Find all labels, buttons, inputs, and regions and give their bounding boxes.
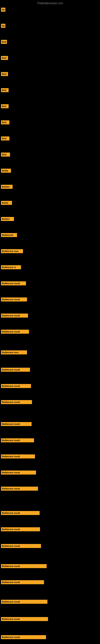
- list-item: Bottleneck result: [0, 616, 100, 623]
- items-container: BoBoBottBottBottBottBottBottBottBottBott…: [0, 6, 100, 10]
- bottleneck-label-4: Bott: [1, 72, 8, 76]
- bottleneck-label-8: Bott: [1, 136, 9, 140]
- bottleneck-label-3: Bott: [1, 56, 8, 60]
- list-item: Bottleneck result: [0, 437, 100, 444]
- list-item: Bottle: [0, 167, 100, 174]
- list-item: Bottleneck result: [0, 634, 100, 641]
- bottleneck-label-5: Bott: [1, 88, 9, 92]
- list-item: Bottleneck: [0, 232, 100, 239]
- bottleneck-label-15: Bottleneck resu: [1, 249, 23, 253]
- list-item: Bottleneck result: [0, 398, 100, 406]
- list-item: Bott: [0, 151, 100, 158]
- bottleneck-label-10: Bottle: [1, 169, 11, 173]
- bottleneck-label-34: Bottleneck result: [1, 580, 44, 584]
- bottleneck-label-37: Bottleneck result: [1, 635, 46, 639]
- list-item: Bottleneck re: [0, 264, 100, 271]
- bottleneck-label-23: Bottleneck result: [1, 384, 31, 388]
- bottleneck-label-16: Bottleneck re: [1, 265, 21, 269]
- bottleneck-label-31: Bottleneck result: [1, 527, 40, 531]
- bottleneck-label-24: Bottleneck result: [1, 400, 32, 404]
- list-item: Bottle: [0, 199, 100, 206]
- list-item: Bott: [0, 70, 100, 78]
- list-item: Bottleneck result: [0, 526, 100, 533]
- list-item: Bottleneck result: [0, 485, 100, 492]
- list-item: Bottleneck result: [0, 382, 100, 390]
- list-item: Bottleneck result: [0, 562, 100, 570]
- list-item: Bottleneck result: [0, 542, 100, 550]
- bottleneck-label-6: Bott: [1, 104, 9, 108]
- bottleneck-label-0: Bo: [1, 8, 5, 12]
- bottleneck-label-9: Bott: [1, 152, 10, 156]
- list-item: Bo: [0, 6, 100, 13]
- list-item: Bott: [0, 119, 100, 126]
- list-item: Bottleneck result: [0, 469, 100, 476]
- list-item: Bottleneck result: [0, 366, 100, 373]
- list-item: Bottleneck result: [0, 453, 100, 460]
- list-item: Bottleneck result: [0, 312, 100, 319]
- bottleneck-label-1: Bo: [1, 24, 5, 28]
- bottleneck-label-30: Bottleneck result: [1, 486, 38, 491]
- bottleneck-label-17: Bottleneck result: [1, 281, 26, 285]
- bottleneck-label-11: Bottlen: [1, 185, 13, 189]
- list-item: Bottlen: [0, 215, 100, 222]
- list-item: Bott: [0, 135, 100, 142]
- list-item: Bottleneck result: [0, 280, 100, 287]
- bottleneck-label-22: Bottleneck result: [1, 368, 30, 372]
- list-item: Bottleneck result: [0, 509, 100, 516]
- list-item: Bo: [0, 22, 100, 30]
- list-item: Bott: [0, 103, 100, 110]
- bottleneck-label-35: Bottleneck result: [1, 600, 48, 604]
- list-item: Bottleneck result: [0, 598, 100, 605]
- list-item: Bottleneck result: [0, 296, 100, 303]
- list-item: Bottleneck result: [0, 578, 100, 586]
- bottleneck-label-21: Bottleneck resu: [1, 350, 27, 354]
- bottleneck-label-26: Bottleneck result: [1, 438, 34, 442]
- bottleneck-label-7: Bott: [1, 120, 9, 124]
- site-title: TheBottlenecker.com: [0, 0, 100, 6]
- bottleneck-label-13: Bottlen: [1, 217, 14, 221]
- bottleneck-label-33: Bottleneck result: [1, 564, 47, 568]
- list-item: Bottleneck resu: [0, 248, 100, 255]
- list-item: Bott: [0, 54, 100, 62]
- list-item: Bottlen: [0, 183, 100, 190]
- list-item: Bottleneck resu: [0, 349, 100, 356]
- bottleneck-label-28: Bottleneck result: [1, 470, 36, 474]
- bottleneck-label-19: Bottleneck result: [1, 314, 28, 318]
- bottleneck-label-18: Bottleneck result: [1, 298, 27, 302]
- bottleneck-label-14: Bottleneck: [1, 233, 17, 237]
- bottleneck-label-12: Bottle: [1, 201, 12, 205]
- list-item: Bottleneck result: [0, 420, 100, 428]
- bottleneck-label-27: Bottleneck result: [1, 454, 35, 458]
- list-item: Bott: [0, 86, 100, 94]
- list-item: Bottleneck result: [0, 328, 100, 335]
- bottleneck-label-25: Bottleneck result: [1, 422, 32, 426]
- bottleneck-label-29: Bottleneck result: [1, 511, 40, 515]
- list-item: Bott: [0, 38, 100, 46]
- bottleneck-label-32: Bottleneck result: [1, 544, 41, 548]
- bottleneck-label-36: Bottleneck result: [1, 617, 48, 621]
- bottleneck-label-20: Bottleneck result: [1, 330, 29, 334]
- bottleneck-label-2: Bott: [1, 40, 7, 44]
